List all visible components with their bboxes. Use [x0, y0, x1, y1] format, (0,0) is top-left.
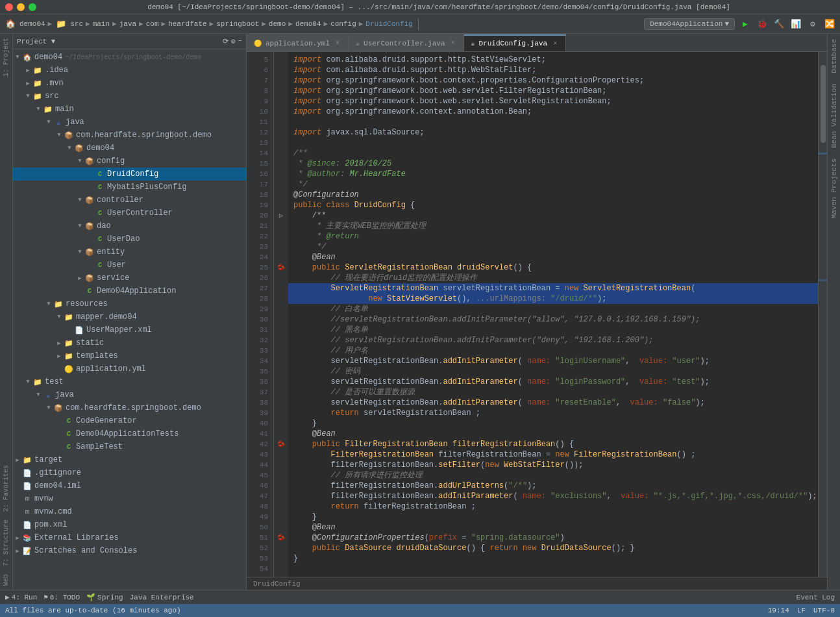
tree-item-resources[interactable]: ▼ 📁 resources — [13, 297, 246, 310]
run-tab-button[interactable]: ▶ 4: Run — [5, 593, 37, 601]
debug-button[interactable]: 🐞 — [756, 18, 769, 31]
code-line-45: // 所有请求进行监控处理 — [288, 470, 818, 481]
tab-usercontroller[interactable]: ☕ UserController.java × — [349, 34, 463, 51]
tree-item-mvn[interactable]: ▶ 📁 .mvn — [13, 77, 246, 90]
java-enterprise-button[interactable]: Java Enterprise — [130, 594, 194, 601]
settings-icon[interactable]: ⚙ — [806, 18, 819, 31]
tab-structure[interactable]: 7: Structure — [1, 516, 11, 570]
tree-item-test-pkg[interactable]: ▼ 📦 com.heardfate.springboot.demo — [13, 401, 246, 414]
run-config-dropdown[interactable]: Demo04Application ▼ — [644, 18, 735, 30]
tree-item-usermapper[interactable]: 📄 UserMapper.xml — [13, 323, 246, 336]
toolbar-druidconfig: DruidConfig — [365, 20, 413, 28]
tree-content: ▼ 🏠 demo04 ~/IdeaProjects/springboot-dem… — [13, 49, 246, 590]
code-line-47: filterRegistrationBean.addInitParameter(… — [288, 491, 818, 501]
sync-icon[interactable]: ⟳ — [223, 37, 229, 45]
code-line-36: servletRegistrationBean.addInitParameter… — [288, 377, 818, 387]
code-line-5: import com.alibaba.druid.support.http.St… — [288, 55, 818, 65]
tab-application-yml[interactable]: 🟡 application.yml × — [247, 34, 349, 51]
tab-database[interactable]: Database — [829, 34, 839, 79]
tree-item-pom[interactable]: 📄 pom.xml — [13, 518, 246, 531]
tree-item-userdao[interactable]: C UserDao — [13, 233, 246, 246]
todo-tab-button[interactable]: ⚑ 6: TODO — [43, 593, 80, 601]
tab-bean-validation[interactable]: Bean Validation — [829, 79, 839, 153]
tree-item-druidconfig[interactable]: C DruidConfig — [13, 168, 246, 181]
left-vertical-tabs: 1: Project 2: Favorites 7: Structure Web — [0, 34, 13, 590]
tree-item-demo04-pkg[interactable]: ▼ 📦 demo04 — [13, 142, 246, 155]
tree-item-usercontroller[interactable]: C UserController — [13, 207, 246, 220]
tree-item-controller[interactable]: ▼ 📦 controller — [13, 194, 246, 207]
toolbar-main: main — [93, 20, 110, 28]
tab-close-usercontroller[interactable]: × — [449, 40, 456, 47]
code-line-50: @Bean — [288, 522, 818, 533]
tree-item-sampletest[interactable]: C SampleTest — [13, 440, 246, 453]
gear-icon[interactable]: ⚙ — [231, 37, 236, 45]
tree-item-user[interactable]: C User — [13, 258, 246, 271]
tree-item-main[interactable]: ▼ 📁 main — [13, 103, 246, 116]
tree-item-codegen[interactable]: C CodeGenerator — [13, 414, 246, 427]
tree-item-demo04[interactable]: ▼ 🏠 demo04 ~/IdeaProjects/springboot-dem… — [13, 51, 246, 64]
profile-button[interactable]: 📊 — [789, 18, 802, 31]
tree-item-scratches[interactable]: ▶ 📝 Scratches and Consoles — [13, 544, 246, 557]
bottom-left-buttons: ▶ 4: Run ⚑ 6: TODO 🌱 Spring Java Enterpr… — [5, 593, 194, 601]
tree-item-target[interactable]: ▶ 📁 target — [13, 453, 246, 466]
main-area: 1: Project 2: Favorites 7: Structure Web… — [0, 34, 840, 590]
code-gutter: ▷ 🫘 — [274, 52, 288, 577]
tree-item-mapper[interactable]: ▼ 📁 mapper.demo04 — [13, 310, 246, 323]
editor-area: 🟡 application.yml × ☕ UserController.jav… — [247, 34, 827, 590]
code-line-8: import org.springframework.boot.web.serv… — [288, 86, 818, 96]
event-log-link[interactable]: Event Log — [797, 594, 835, 601]
tree-item-gitignore[interactable]: 📄 .gitignore — [13, 466, 246, 479]
tab-maven-projects[interactable]: Maven Projects — [829, 153, 839, 223]
tree-item-templates[interactable]: ▶ 📁 templates — [13, 349, 246, 362]
tree-item-apptests[interactable]: C Demo04ApplicationTests — [13, 427, 246, 440]
toolbar-heardfate: heardfate — [168, 20, 206, 28]
maximize-button[interactable] — [29, 3, 36, 11]
vcs-icon[interactable]: 🔀 — [823, 18, 836, 31]
code-line-16: * @author: Mr.HeardFate — [288, 169, 818, 179]
tree-item-test-java[interactable]: ▼ ☕ java — [13, 388, 246, 401]
build-button[interactable]: 🔨 — [772, 18, 785, 31]
code-line-24: @Bean — [288, 252, 818, 262]
tab-favorites[interactable]: 2: Favorites — [1, 461, 11, 516]
code-line-33: // 用户名 — [288, 346, 818, 356]
tree-item-dao[interactable]: ▼ 📦 dao — [13, 220, 246, 233]
tab-close-yml[interactable]: × — [334, 40, 341, 47]
tree-item-config[interactable]: ▼ 📦 config — [13, 155, 246, 168]
tree-item-iml[interactable]: 📄 demo04.iml — [13, 479, 246, 492]
scrollbar-area[interactable] — [818, 52, 827, 577]
tree-item-mvnw[interactable]: m mvnw — [13, 492, 246, 505]
tree-item-demo04app[interactable]: C Demo04Application — [13, 284, 246, 297]
code-line-42: public FilterRegistrationBean filterRegi… — [288, 439, 818, 449]
run-button[interactable]: ▶ — [739, 18, 752, 31]
tree-item-mybatisconfig[interactable]: C MybatisPlusConfig — [13, 181, 246, 194]
close-button[interactable] — [5, 3, 13, 11]
code-content[interactable]: import com.alibaba.druid.support.http.St… — [288, 52, 818, 577]
tree-item-src[interactable]: ▼ 📁 src — [13, 90, 246, 103]
code-line-46: filterRegistrationBean.addUrlPatterns("/… — [288, 481, 818, 491]
tree-item-mvnwcmd[interactable]: m mvnw.cmd — [13, 505, 246, 518]
minimize-button[interactable] — [17, 3, 25, 11]
tree-item-java[interactable]: ▼ ☕ java — [13, 116, 246, 129]
scrollbar-thumb[interactable] — [821, 65, 826, 143]
tab-close-druidconfig[interactable]: × — [551, 40, 559, 47]
code-line-43: FilterRegistrationBean filterRegistratio… — [288, 449, 818, 460]
tree-item-com-pkg[interactable]: ▼ 📦 com.heardfate.springboot.demo — [13, 129, 246, 142]
tree-item-idea[interactable]: ▶ 📁 .idea — [13, 64, 246, 77]
tree-item-test[interactable]: ▼ 📁 test — [13, 375, 246, 388]
right-side-tabs: Database Bean Validation Maven Projects — [827, 34, 840, 590]
collapse-icon[interactable]: − — [238, 37, 242, 45]
tree-item-service[interactable]: ▶ 📦 service — [13, 271, 246, 284]
spring-tab-button[interactable]: 🌱 Spring — [86, 593, 123, 601]
panel-title: Project ▼ — [17, 38, 55, 45]
line-numbers: 5 6 7 8 9 10 11 12 13 14 15 16 17 18 19 … — [247, 52, 274, 577]
tab-web[interactable]: Web — [1, 570, 11, 590]
tree-item-ext-libs[interactable]: ▶ 📚 External Libraries — [13, 531, 246, 544]
tab-project[interactable]: 1: Project — [1, 34, 11, 81]
tree-item-application-yml[interactable]: 🟡 application.yml — [13, 362, 246, 375]
status-bar: All files are up-to-date (16 minutes ago… — [0, 604, 840, 617]
tree-item-static[interactable]: ▶ 📁 static — [13, 336, 246, 349]
tree-item-entity[interactable]: ▼ 📦 entity — [13, 246, 246, 258]
code-line-51: @ConfigurationProperties(prefix = "sprin… — [288, 533, 818, 543]
toolbar-project: demo04 — [19, 20, 45, 28]
tab-druidconfig[interactable]: ☕ DruidConfig.java × — [463, 34, 566, 51]
